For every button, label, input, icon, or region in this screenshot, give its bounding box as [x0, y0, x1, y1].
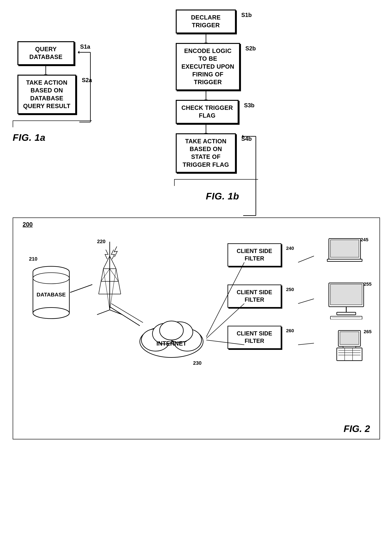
svg-rect-41 — [330, 284, 362, 305]
fig1b-step2-box: ENCODE LOGIC TO BE EXECUTED UPON FIRING … — [176, 43, 240, 90]
fig1b-arrow2 — [206, 90, 206, 100]
fig1a-arrow1 — [45, 65, 46, 75]
tower-number: 220 — [97, 239, 105, 244]
fig1b-bottom-left — [174, 180, 175, 186]
filter1-container: CLIENT SIDE FILTER 240 — [228, 243, 281, 267]
device2-monitor: 255 — [326, 281, 370, 320]
fig1b-boxes: DECLARE TRIGGER S1b ENCODE LOGIC TO BE E… — [176, 9, 240, 173]
svg-line-61 — [298, 256, 314, 262]
device3-small: 265 — [332, 329, 370, 364]
fig2-num: 200 — [23, 221, 33, 228]
fig1a-bottom-left — [13, 121, 13, 127]
fig2-label: FIG. 2 — [343, 423, 370, 434]
fig1b-step1-box: DECLARE TRIGGER — [176, 9, 236, 33]
fig2-section: 200 210 DATABASE 220 — [13, 218, 380, 439]
monitor-svg — [326, 281, 370, 319]
cloud-container: INTERNET 230 — [137, 313, 206, 364]
svg-line-23 — [103, 269, 110, 310]
tower-svg — [92, 237, 127, 316]
internet-cloud: INTERNET — [137, 313, 206, 364]
svg-line-16 — [97, 310, 110, 315]
svg-point-34 — [160, 321, 183, 340]
fig1b-step3-box: CHECK TRIGGER FLAG — [176, 100, 238, 124]
svg-marker-7 — [242, 135, 243, 138]
internet-number: 230 — [193, 360, 202, 366]
svg-rect-43 — [337, 312, 356, 315]
db-number: 210 — [29, 256, 37, 262]
filter1-number: 240 — [286, 246, 294, 251]
fig1b: DECLARE TRIGGER S1b ENCODE LOGIC TO BE E… — [174, 9, 282, 202]
fig1b-step4-box: TAKE ACTION BASED ON STATE OF TRIGGER FL… — [176, 133, 236, 173]
svg-line-63 — [298, 343, 314, 345]
svg-marker-3 — [78, 51, 79, 54]
fig1b-label: FIG. 1b — [206, 191, 239, 202]
svg-point-12 — [33, 307, 69, 319]
svg-rect-38 — [327, 259, 362, 261]
fig1a-boxes: QUERY DATABASE S1a TAKE ACTION BASED ON … — [17, 41, 76, 114]
device3-number: 265 — [364, 329, 371, 334]
fig1a-step2-box: TAKE ACTION BASED ON DATABASE QUERY RESU… — [17, 75, 76, 114]
top-section: QUERY DATABASE S1a TAKE ACTION BASED ON … — [13, 9, 379, 202]
tower-container: 220 — [92, 237, 127, 317]
filter3-number: 260 — [286, 328, 294, 333]
fig1a-step1-box: QUERY DATABASE — [17, 41, 74, 65]
page: QUERY DATABASE S1a TAKE ACTION BASED ON … — [0, 0, 392, 551]
filter2-number: 250 — [286, 287, 294, 292]
svg-rect-47 — [340, 332, 359, 344]
device1-number: 245 — [360, 237, 368, 242]
svg-line-24 — [110, 269, 116, 310]
svg-rect-49 — [337, 348, 362, 361]
svg-text:INTERNET: INTERNET — [156, 340, 187, 347]
fig1a-loop-arrow — [78, 41, 98, 133]
database-cylinder: DATABASE — [32, 266, 70, 319]
filter3-box: CLIENT SIDE FILTER — [228, 326, 281, 349]
filter2-box: CLIENT SIDE FILTER — [228, 284, 281, 308]
device1-laptop: 245 — [326, 237, 367, 269]
svg-line-17 — [110, 310, 122, 315]
filter3-container: CLIENT SIDE FILTER 260 — [228, 326, 281, 349]
fig1b-arrow3 — [206, 124, 206, 133]
fig1a: QUERY DATABASE S1a TAKE ACTION BASED ON … — [13, 41, 108, 143]
svg-line-62 — [298, 299, 314, 304]
fig1b-arrow1 — [206, 33, 206, 43]
filter2-container: CLIENT SIDE FILTER 250 — [228, 284, 281, 308]
fig1b-loop-arrow — [242, 9, 262, 232]
svg-rect-37 — [330, 240, 359, 257]
filter1-box: CLIENT SIDE FILTER — [228, 243, 281, 267]
fig1a-label: FIG. 1a — [13, 132, 45, 143]
svg-rect-44 — [330, 316, 362, 319]
database-container: 210 DATABASE — [32, 266, 70, 320]
svg-line-55 — [70, 284, 92, 292]
svg-text:DATABASE: DATABASE — [37, 291, 66, 297]
device2-number: 255 — [364, 281, 371, 287]
